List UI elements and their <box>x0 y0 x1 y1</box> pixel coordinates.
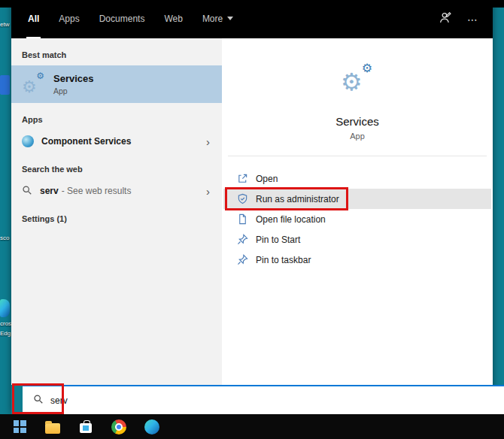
taskbar-chrome-button[interactable] <box>110 416 128 437</box>
action-label: Pin to Start <box>256 235 300 245</box>
chevron-right-icon[interactable]: › <box>206 135 210 148</box>
start-button[interactable] <box>11 416 29 437</box>
action-open[interactable]: Open <box>223 168 491 189</box>
chevron-down-icon <box>227 17 233 20</box>
taskbar-store-button[interactable] <box>77 416 95 437</box>
best-match-subtitle: App <box>53 86 94 95</box>
chevron-right-icon[interactable]: › <box>206 185 210 198</box>
web-suffix: - See web results <box>62 186 132 196</box>
desktop-app-tile-icon[interactable] <box>0 75 10 95</box>
tab-web[interactable]: Web <box>162 0 184 38</box>
store-icon <box>80 423 92 433</box>
desktop-icon-label: sco <box>0 235 11 241</box>
taskbar-file-explorer-button[interactable] <box>44 416 62 437</box>
action-pin-to-taskbar[interactable]: Pin to taskbar <box>223 250 491 270</box>
screen: etw sco cros Edg All Apps Documents Web … <box>0 0 504 439</box>
tab-more-label: More <box>202 14 223 24</box>
preview-app-title: Services <box>335 115 379 128</box>
services-gear-icon: ⚙⚙ <box>22 73 44 95</box>
search-input[interactable]: serv <box>23 385 504 414</box>
preview-app-subtitle: App <box>350 132 365 141</box>
action-run-as-administrator[interactable]: Run as administrator <box>223 189 491 209</box>
desktop-icon-label: etw <box>0 21 11 28</box>
best-match-header: Best match <box>22 50 222 59</box>
action-label: Pin to taskbar <box>256 255 311 265</box>
tab-all[interactable]: All <box>26 0 41 38</box>
search-query-text: serv <box>50 395 68 406</box>
best-match-result-services[interactable]: ⚙⚙ Services App <box>11 65 222 103</box>
desktop-icon-label: Edg <box>0 330 11 337</box>
best-match-text: Services App <box>53 73 94 95</box>
result-component-services[interactable]: Component Services › <box>11 130 222 153</box>
action-label: Run as administrator <box>256 194 339 204</box>
component-services-icon <box>22 135 34 147</box>
tab-apps[interactable]: Apps <box>57 0 80 38</box>
preview-divider <box>228 156 487 156</box>
file-location-icon <box>237 213 248 225</box>
tab-more[interactable]: More <box>201 0 235 38</box>
more-options-icon[interactable]: ⋯ <box>467 14 478 26</box>
shield-icon <box>237 193 248 204</box>
action-open-file-location[interactable]: Open file location <box>223 209 491 229</box>
search-icon <box>33 394 44 407</box>
services-gear-icon: ⚙⚙ <box>341 65 374 94</box>
file-explorer-icon <box>45 423 60 434</box>
user-pen-icon[interactable] <box>439 11 452 27</box>
tab-documents[interactable]: Documents <box>98 0 147 38</box>
filter-tabs: All Apps Documents Web More <box>26 0 235 38</box>
chrome-icon <box>111 419 126 434</box>
result-web-search[interactable]: serv- See web results › <box>11 180 222 202</box>
action-label: Open file location <box>256 214 326 225</box>
search-filter-bar: All Apps Documents Web More ⋯ <box>11 0 493 38</box>
edge-desktop-icon[interactable] <box>0 299 10 317</box>
desktop-icon-label: cros <box>0 320 11 327</box>
taskbar-edge-button[interactable] <box>143 416 161 437</box>
action-label: Open <box>256 174 278 184</box>
pin-icon <box>237 254 248 265</box>
search-the-web-header: Search the web <box>22 165 222 174</box>
results-panel: Best match ⚙⚙ Services App Apps Componen… <box>11 38 222 385</box>
action-pin-to-start[interactable]: Pin to Start <box>223 229 491 250</box>
pin-icon <box>237 234 248 245</box>
result-label: Component Services <box>41 136 131 147</box>
settings-header: Settings (1) <box>22 214 222 223</box>
taskbar <box>0 414 504 439</box>
preview-panel: ⚙⚙ Services App Open <box>222 38 493 385</box>
apps-header: Apps <box>22 115 222 124</box>
preview-actions: Open Run as administrator <box>222 168 493 270</box>
search-results-body: Best match ⚙⚙ Services App Apps Componen… <box>11 38 493 385</box>
topbar-actions: ⋯ <box>439 0 478 38</box>
open-icon <box>237 173 248 184</box>
search-flyout-window: All Apps Documents Web More ⋯ <box>11 0 493 414</box>
windows-start-icon <box>14 420 26 433</box>
web-query: serv <box>40 186 59 196</box>
web-result-text: serv- See web results <box>40 186 131 196</box>
best-match-title: Services <box>53 73 94 84</box>
search-icon <box>22 185 32 198</box>
edge-icon <box>144 419 159 434</box>
